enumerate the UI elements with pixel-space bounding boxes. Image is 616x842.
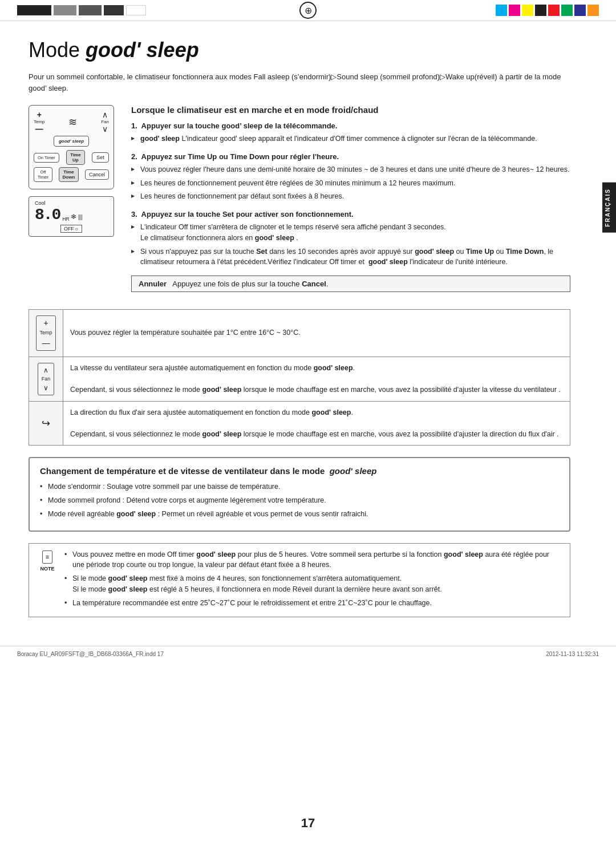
remote-box-top: + Temp — ≋ ∧ Fan ∨ good' sleep: [29, 105, 114, 189]
page-number: 17: [301, 816, 315, 831]
note-item-2: Si le mode good' sleep mest fixé à moins…: [64, 573, 562, 595]
footer: Boracay EU_AR09FSFT@_IB_DB68-03366A_FR.i…: [0, 646, 616, 662]
temp-label: Temp: [34, 119, 45, 124]
footer-left: Boracay EU_AR09FSFT@_IB_DB68-03366A_FR.i…: [17, 651, 164, 657]
color-orange: [587, 5, 599, 16]
highlight-box: Changement de température et de vitesse …: [29, 457, 570, 531]
step-1-bullet-1: good' sleep L'indicateur good' sleep app…: [131, 133, 570, 144]
text-content-area: Lorsque le climatiseur est en marche et …: [131, 105, 570, 298]
step-2-bullet-3: Les heures de fonctionnement par défaut …: [131, 191, 570, 202]
feature-row-fan: ∧ Fan ∨ La vitesse du ventilateur sera a…: [29, 357, 570, 402]
highlight-item-2: Mode sommeil profond : Détend votre corp…: [40, 495, 559, 506]
step-2-bullet-1: Vous pouvez régler l'heure dans une demi…: [131, 164, 570, 175]
side-tab-francais: FRANÇAIS: [602, 183, 616, 233]
remote-row-middle: On Timer Time Up Set: [34, 150, 109, 165]
color-yellow: [522, 5, 533, 16]
good-sleep-btn[interactable]: good' sleep: [54, 136, 89, 147]
highlight-item-1: Mode s'endormir : Soulage votre sommeil …: [40, 481, 559, 492]
on-timer-btn[interactable]: On Timer: [34, 153, 59, 163]
footer-right: 2012-11-13 11:32:31: [546, 651, 599, 657]
display-box: Cool 8.0 HR ❄ ||| OFF☼: [29, 196, 114, 237]
note-box: ≡ NOTE Vous pouvez mettre en mode Off ti…: [29, 543, 570, 618]
content-flex: + Temp — ≋ ∧ Fan ∨ good' sleep: [29, 105, 570, 298]
fan-feature-text: La vitesse du ventilateur sera ajustée a…: [63, 357, 570, 402]
fan-label: Fan: [101, 119, 109, 124]
note-label: NOTE: [40, 565, 54, 573]
page-title: Mode good' sleep: [29, 38, 570, 62]
note-icon-inner: ≡: [42, 550, 52, 564]
step-2-heading: 2. Appuyez sur Time Up ou Time Down pour…: [131, 152, 570, 161]
note-icon-area: ≡ NOTE: [37, 549, 58, 612]
direction-icon: ↪: [42, 418, 50, 429]
fan-icon: ∧ Fan ∨: [38, 363, 55, 396]
step-3-heading: 3. Appuyez sur la touche Set pour active…: [131, 210, 570, 218]
remote-row-bottom: Off Timer Time Down Cancel: [34, 167, 109, 182]
display-digits: 8.0: [35, 206, 60, 224]
feature-row-dir: ↪ La direction du flux d'air sera ajusté…: [29, 402, 570, 446]
color-green: [561, 5, 573, 16]
remote-illustration: + Temp — ≋ ∧ Fan ∨ good' sleep: [29, 105, 120, 298]
color-bars: [496, 5, 599, 16]
dir-icon-cell: ↪: [29, 402, 63, 446]
time-up-btn[interactable]: Time Up: [66, 150, 85, 165]
note-list: Vous pouvez mettre en mode Off timer goo…: [64, 549, 562, 609]
remote-top-row: + Temp — ≋ ∧ Fan ∨: [34, 110, 109, 133]
highlight-list: Mode s'endormir : Soulage votre sommeil …: [40, 481, 559, 519]
feature-table: + Temp — Vous pouvez régler la températu…: [29, 309, 570, 446]
note-content: Vous pouvez mettre en mode Off timer goo…: [64, 549, 562, 612]
step-2-bullets: Vous pouvez régler l'heure dans une demi…: [131, 164, 570, 202]
color-cyan: [496, 5, 507, 16]
step-1: 1. Appuyer sur la touche good’ sleep de …: [131, 122, 570, 144]
step-3-bullet-2: Si vous n'appuyez pas sur la touche Set …: [131, 246, 570, 268]
off-display-label: OFF☼: [60, 225, 82, 233]
color-blue: [574, 5, 586, 16]
annuler-box: Annuler Appuyez une fois de plus sur la …: [131, 276, 570, 292]
color-red: [548, 5, 560, 16]
note-item-1: Vous pouvez mettre en mode Off timer goo…: [64, 549, 562, 571]
temp-feature-text: Vous pouvez régler la température souhai…: [63, 310, 570, 357]
step-1-bullets: good' sleep L'indicateur good' sleep app…: [131, 133, 570, 144]
off-timer-btn[interactable]: Off Timer: [34, 167, 52, 182]
reg-mark-4: [104, 5, 124, 15]
section-heading: Lorsque le climatiseur est en marche et …: [131, 105, 570, 115]
hr-label: HR ❄ |||: [62, 213, 82, 222]
main-content: Mode good' sleep Pour un sommeil confort…: [0, 21, 616, 646]
highlight-item-3: Mode réveil agréable good' sleep : Perme…: [40, 509, 559, 520]
compass-icon: ⊕: [299, 2, 317, 19]
cool-label: Cool: [35, 200, 108, 206]
dir-feature-text: La direction du flux d'air sera ajustée …: [63, 402, 570, 446]
highlight-box-title: Changement de température et de vitesse …: [40, 466, 559, 476]
step-2: 2. Appuyez sur Time Up ou Time Down pour…: [131, 152, 570, 202]
reg-mark-5: [126, 5, 146, 15]
note-item-3: La température recommandée est entre 25˚…: [64, 598, 562, 609]
color-black: [535, 5, 546, 16]
top-bar: ⊕: [0, 0, 616, 21]
top-bar-left: [17, 5, 146, 15]
fan-icon-cell: ∧ Fan ∨: [29, 357, 63, 402]
color-magenta: [509, 5, 520, 16]
feature-row-temp: + Temp — Vous pouvez régler la températu…: [29, 310, 570, 357]
step-3: 3. Appuyez sur la touche Set pour active…: [131, 210, 570, 268]
temp-icon-cell: + Temp —: [29, 310, 63, 357]
reg-mark-2: [54, 5, 76, 15]
step-1-heading: 1. Appuyer sur la touche good’ sleep de …: [131, 122, 570, 130]
reg-mark-1: [17, 5, 51, 15]
step-2-bullet-2: Les heures de fonctionnement peuvent êtr…: [131, 178, 570, 189]
set-btn[interactable]: Set: [92, 152, 109, 163]
reg-mark-3: [79, 5, 102, 15]
time-down-btn[interactable]: Time Down: [59, 167, 79, 182]
temp-icon: + Temp —: [36, 315, 55, 351]
intro-paragraph: Pour un sommeil confortable, le climatis…: [29, 71, 570, 94]
step-3-bullet-1: L'indicateur Off timer s'arrêtera de cli…: [131, 222, 570, 244]
cancel-btn[interactable]: Cancel: [85, 169, 109, 180]
step-3-bullets: L'indicateur Off timer s'arrêtera de cli…: [131, 222, 570, 268]
